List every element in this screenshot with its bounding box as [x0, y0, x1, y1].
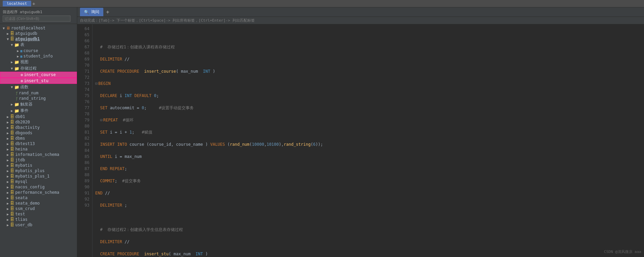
- expand-icon-db2020: ▶: [5, 120, 10, 124]
- func-icon-rand-num: ƒ: [16, 91, 18, 95]
- sidebar-item-events-folder[interactable]: ▶ 📁 事件: [0, 108, 77, 114]
- add-tab-button[interactable]: +: [33, 1, 35, 6]
- code-line-81: DELIMITER //: [95, 239, 641, 245]
- db-icon-dbactivity: 🗄: [10, 125, 14, 130]
- code-line-64: [95, 32, 641, 38]
- db-icon-seata-demo: 🗄: [10, 201, 14, 206]
- line-num-90: 90: [80, 184, 89, 190]
- autocomplete-hint: 自动完成：[Tab]-> 下一个标签，[Ctrl+Space]-> 列出所有标签…: [77, 17, 644, 24]
- db-icon-mybatis-plus: 🗄: [10, 168, 14, 173]
- expand-icon-nacos-config: ▶: [5, 185, 10, 189]
- code-line-82: CREATE PROCEDURE insert_stu( max_num INT…: [95, 251, 641, 257]
- sidebar-item-mybatis[interactable]: ▶ 🗄 mybatis: [0, 163, 77, 168]
- db-icon-dbgoods: 🗄: [10, 131, 14, 135]
- expand-icon-mysql: ▶: [5, 180, 10, 184]
- db-icon-tlias: 🗄: [10, 217, 14, 222]
- expand-icon-user-db: ▶: [5, 223, 10, 227]
- view-folder-icon: 📁: [14, 60, 19, 65]
- sidebar-item-root[interactable]: ▼ 🖥 root@localhost: [0, 25, 77, 31]
- sidebar-item-dbms[interactable]: ▶ 🗄 dbms: [0, 136, 77, 141]
- db-name-performance-schema: performance_schema: [15, 190, 59, 195]
- line-num-68: 68: [80, 50, 89, 56]
- sidebar-item-insert-stu[interactable]: ⚙ insert_stu: [0, 78, 77, 84]
- query-tabs: 🔍 询问 +: [77, 7, 644, 17]
- sidebar-item-ssm-crud[interactable]: ▶ 🗄 ssm_crud: [0, 206, 77, 211]
- code-line-74: UNTIL i = max_num: [95, 154, 641, 160]
- sidebar-item-mysql[interactable]: ▶ 🗄 mysql: [0, 179, 77, 184]
- sidebar-item-dbgoods[interactable]: ▶ 🗄 dbgoods: [0, 130, 77, 136]
- expand-icon-functions: ▼: [9, 85, 14, 89]
- code-content[interactable]: # 存储过程1：创建插入课程表存储过程 DELIMITER // CREATE …: [92, 24, 644, 257]
- code-editor[interactable]: 64 65 66 67 68 69 70 71 72 73 74 75 76 7…: [77, 24, 644, 257]
- expand-icon-db01: ▶: [5, 115, 10, 119]
- line-numbers: 64 65 66 67 68 69 70 71 72 73 74 75 76 7…: [77, 24, 92, 257]
- sidebar-item-db2020[interactable]: ▶ 🗄 db2020: [0, 119, 77, 125]
- sidebar-item-seata-demo[interactable]: ▶ 🗄 seata_demo: [0, 201, 77, 206]
- sidebar-item-student-info[interactable]: ▶ ▦ student_info: [0, 53, 77, 59]
- functions-folder-label: 函数: [20, 84, 28, 90]
- sidebar-item-heina[interactable]: ▶ 🗄 heina: [0, 146, 77, 152]
- expand-icon-dbgoods: ▶: [5, 131, 10, 135]
- sidebar-item-atguigudb[interactable]: ▶ 🗄 atguigudb: [0, 31, 77, 36]
- code-line-78: DELIMITER ;: [95, 202, 641, 208]
- func-icon-rand-string: ƒ: [16, 96, 18, 101]
- sidebar-item-information-schema[interactable]: ▶ 🗄 information_schema: [0, 152, 77, 157]
- query-icon: 🔍: [84, 10, 89, 15]
- function-folder-icon: 📁: [14, 85, 19, 90]
- main-tab[interactable]: localhost: [3, 1, 31, 6]
- line-num-83: 83: [80, 141, 89, 147]
- expand-icon-seata-demo: ▶: [5, 202, 10, 205]
- line-num-85: 85: [80, 154, 89, 160]
- db-name-dbms: dbms: [15, 136, 25, 141]
- expand-icon-mybatis: ▶: [5, 164, 10, 167]
- sidebar-item-triggers-folder[interactable]: ▶ 📁 触发器: [0, 101, 77, 108]
- sidebar-item-tlias[interactable]: ▶ 🗄 tlias: [0, 217, 77, 222]
- trigger-folder-icon: 📁: [14, 102, 19, 107]
- table-folder-icon: 📁: [14, 43, 19, 47]
- sidebar-item-mybatis-plus[interactable]: ▶ 🗄 mybatis_plus: [0, 168, 77, 173]
- sidebar-item-functions-folder[interactable]: ▼ 📁 函数: [0, 84, 77, 90]
- db-name-seata-demo: seata_demo: [15, 201, 40, 206]
- sidebar-item-nacos-config[interactable]: ▶ 🗄 nacos_config: [0, 184, 77, 190]
- db-name-jtdb: jtdb: [15, 158, 25, 162]
- line-num-74: 74: [80, 87, 89, 93]
- sidebar-item-procedures-folder[interactable]: ▼ 📁 存储过程: [0, 65, 77, 72]
- db-icon-db01: 🗄: [10, 114, 14, 119]
- expand-icon-tlias: ▶: [5, 218, 10, 221]
- proc-name-insert-stu: insert_stu: [24, 78, 48, 83]
- sidebar-item-tables-folder[interactable]: ▼ 📁 表: [0, 42, 77, 48]
- line-num-78: 78: [80, 111, 89, 117]
- tables-folder-label: 表: [20, 42, 24, 48]
- db-name-db01: db01: [15, 114, 25, 119]
- line-num-67: 67: [80, 44, 89, 50]
- sidebar-item-performance-schema[interactable]: ▶ 🗄 performance_schema: [0, 190, 77, 195]
- db-icon-test: 🗄: [10, 212, 14, 216]
- add-query-tab-button[interactable]: +: [106, 9, 109, 15]
- sidebar-item-rand-num[interactable]: ƒ rand_num: [0, 90, 77, 96]
- main-layout: 筛选程序 atguigudb1 ▼ 🖥 root@localhost ▶ 🗄 a…: [0, 7, 644, 257]
- db-name-seata: seata: [15, 195, 27, 200]
- sidebar-item-db01[interactable]: ▶ 🗄 db01: [0, 114, 77, 119]
- code-line-80: # 存储过程2：创建插入学生信息表存储过程: [95, 227, 641, 233]
- sidebar-item-insert-course[interactable]: ⚙ insert_course: [0, 72, 77, 78]
- sidebar-header: 筛选程序 atguigudb1: [0, 7, 77, 24]
- code-line-73: INSERT INTO course (course_id, course_na…: [95, 141, 641, 147]
- sidebar-item-seata[interactable]: ▶ 🗄 seata: [0, 195, 77, 201]
- sidebar-item-jtdb[interactable]: ▶ 🗄 jtdb: [0, 157, 77, 163]
- sidebar-item-dbactivity[interactable]: ▶ 🗄 dbactivity: [0, 125, 77, 130]
- sidebar-item-atguigudb1[interactable]: ▼ 🗄 atguigudb1: [0, 36, 77, 42]
- sidebar-item-test[interactable]: ▶ 🗄 test: [0, 211, 77, 217]
- line-num-80: 80: [80, 123, 89, 129]
- filter-input[interactable]: [3, 16, 70, 22]
- query-tab-main[interactable]: 🔍 询问: [80, 8, 103, 16]
- db-icon-information-schema: 🗄: [10, 152, 14, 157]
- code-line-71: ⊟REPEAT #循环: [95, 117, 641, 123]
- sidebar-item-rand-string[interactable]: ƒ rand_string: [0, 96, 77, 101]
- sidebar-item-course[interactable]: ▶ ▦ course: [0, 48, 77, 53]
- expand-icon-jtdb: ▶: [5, 158, 10, 162]
- db-icon-mybatis-plus-1: 🗄: [10, 174, 14, 179]
- sidebar-item-views-folder[interactable]: ▶ 📁 视图: [0, 59, 77, 65]
- sidebar-item-dbtest13[interactable]: ▶ 🗄 dbtest13: [0, 141, 77, 146]
- sidebar-item-user-db[interactable]: ▶ 🗄 user_db: [0, 222, 77, 228]
- sidebar-item-mybatis-plus-1[interactable]: ▶ 🗄 mybatis_plus_1: [0, 173, 77, 179]
